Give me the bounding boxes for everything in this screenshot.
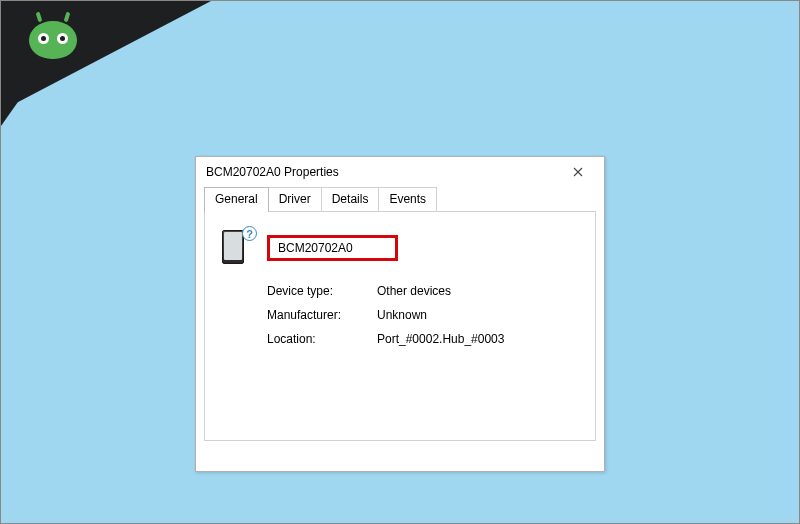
tab-events[interactable]: Events bbox=[378, 187, 437, 211]
device-name: BCM20702A0 bbox=[278, 241, 353, 255]
tab-panel-general: ? BCM20702A0 Device type: Other devices … bbox=[204, 211, 596, 441]
tab-general[interactable]: General bbox=[204, 187, 269, 212]
label-location: Location: bbox=[267, 332, 377, 346]
label-device-type: Device type: bbox=[267, 284, 377, 298]
label-manufacturer: Manufacturer: bbox=[267, 308, 377, 322]
value-location: Port_#0002.Hub_#0003 bbox=[377, 332, 581, 346]
device-info-grid: Device type: Other devices Manufacturer:… bbox=[267, 284, 581, 346]
device-name-highlight: BCM20702A0 bbox=[267, 235, 398, 261]
properties-dialog: BCM20702A0 Properties General Driver Det… bbox=[195, 156, 605, 472]
tab-driver[interactable]: Driver bbox=[268, 187, 322, 211]
brand-corner-badge bbox=[1, 1, 221, 131]
question-overlay-icon: ? bbox=[242, 226, 257, 241]
dialog-title: BCM20702A0 Properties bbox=[206, 165, 560, 179]
device-unknown-icon: ? bbox=[219, 228, 255, 268]
robot-logo-icon bbox=[23, 11, 83, 71]
tabstrip: General Driver Details Events bbox=[204, 187, 596, 211]
value-manufacturer: Unknown bbox=[377, 308, 581, 322]
tab-details[interactable]: Details bbox=[321, 187, 380, 211]
close-button[interactable] bbox=[560, 160, 596, 184]
titlebar[interactable]: BCM20702A0 Properties bbox=[196, 157, 604, 187]
value-device-type: Other devices bbox=[377, 284, 581, 298]
close-icon bbox=[573, 167, 583, 177]
